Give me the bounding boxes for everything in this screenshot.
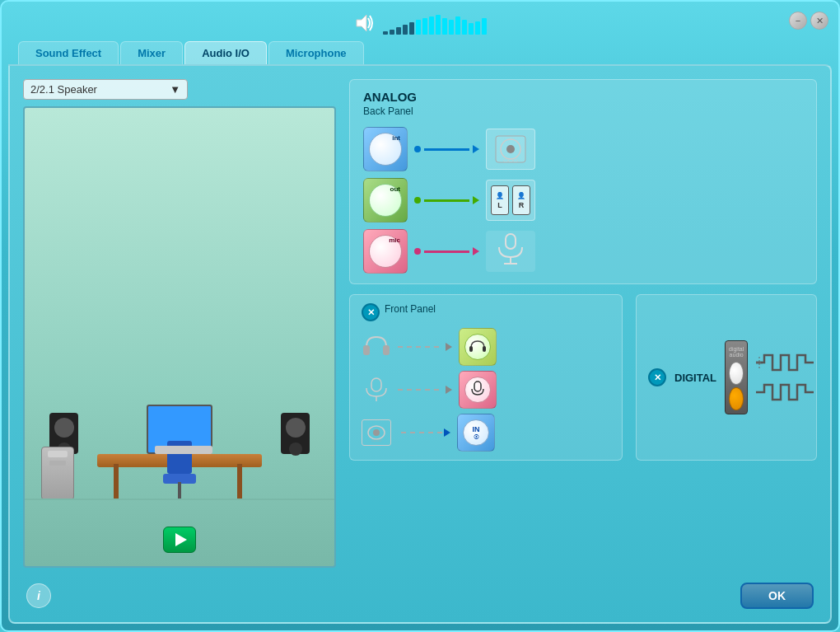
dashed-line-3 [401, 432, 442, 433]
tab-bar: Sound Effect Mixer Audio I/O Microphone [8, 41, 832, 64]
front-row-headphone [362, 328, 610, 366]
svg-text:⬭⬭⬭: ⬭⬭⬭ [503, 157, 518, 163]
digital-header: ✕ [648, 368, 666, 386]
digital-audio-label: digital audio [729, 344, 744, 359]
right-panel: ANALOG Back Panel int [349, 79, 817, 568]
left-panel: 2/2.1 Speaker ▼ [23, 79, 336, 568]
port-blue[interactable]: int [363, 127, 408, 171]
connector-green [414, 196, 479, 204]
headphone-icon [362, 334, 391, 360]
speaker-icon [353, 13, 376, 33]
wave-bottom-icon [756, 383, 814, 401]
connector-blue [414, 145, 479, 153]
keyboard [155, 446, 212, 454]
content-row: 2/2.1 Speaker ▼ [23, 79, 817, 568]
tab-sound-effect[interactable]: Sound Effect [18, 41, 119, 64]
digital-port-orange[interactable] [729, 387, 744, 410]
title-bar: − ✕ [8, 8, 832, 41]
chair-leg [178, 482, 181, 500]
analog-section: ANALOG Back Panel int [349, 79, 817, 284]
svg-rect-10 [469, 346, 473, 352]
digital-port-white[interactable] [729, 362, 744, 385]
line-connector [401, 428, 450, 437]
arrow-linein-icon [444, 428, 450, 437]
dashed-line-2 [398, 389, 439, 391]
tab-microphone[interactable]: Microphone [268, 41, 364, 64]
speaker-dropdown-value: 2/2.1 Speaker [30, 83, 97, 96]
svg-point-3 [506, 145, 515, 153]
play-icon [175, 533, 187, 546]
dropdown-arrow-icon: ▼ [170, 83, 180, 96]
right-speaker [281, 413, 310, 454]
arrow-front-hp-icon [446, 343, 452, 351]
front-mic-icon [362, 377, 391, 403]
io-row-green: out 👤 [363, 178, 803, 222]
svg-rect-8 [363, 345, 370, 355]
tower-pc [41, 447, 74, 500]
front-panel-section: ✕ Front Panel [349, 294, 623, 461]
tab-audio-io[interactable]: Audio I/O [184, 41, 267, 64]
info-button[interactable]: i [26, 583, 51, 608]
bottom-section: ✕ Front Panel [349, 294, 817, 461]
io-row-blue: int [363, 127, 803, 171]
front-io-rows: ⬭⬭⬭ IN ⦿ [362, 328, 610, 452]
front-panel-x-icon[interactable]: ✕ [362, 303, 380, 321]
speaker-dropdown[interactable]: 2/2.1 Speaker ▼ [23, 79, 188, 100]
tab-mixer[interactable]: Mixer [120, 41, 183, 64]
front-port-mic[interactable] [459, 371, 497, 409]
digital-label: DIGITAL [674, 372, 716, 384]
arrow-pink-icon [473, 247, 479, 255]
front-panel-label: Front Panel [385, 303, 436, 315]
main-content: 2/2.1 Speaker ▼ [8, 64, 832, 624]
io-row-pink: mic [363, 229, 803, 274]
port-green[interactable]: out [363, 178, 408, 222]
arrow-blue-icon [473, 145, 479, 153]
digital-x-icon[interactable]: ✕ [648, 368, 666, 386]
connector-pink [414, 247, 479, 255]
svg-rect-9 [383, 345, 390, 355]
front-port-hp[interactable] [459, 328, 497, 366]
digital-title-col: DIGITAL [674, 372, 716, 384]
io-rows: int [363, 127, 803, 274]
output-speaker-icon: ⬭⬭⬭ [486, 129, 535, 170]
lr-output-icon: 👤 L 👤 R [486, 180, 535, 221]
ok-button[interactable]: OK [740, 583, 814, 609]
linein-box-icon: ⬭⬭⬭ [362, 419, 391, 446]
title-bar-center [353, 12, 487, 35]
svg-rect-14 [474, 382, 481, 391]
analog-subtitle: Back Panel [363, 105, 803, 117]
svg-text:⬭⬭⬭: ⬭⬭⬭ [371, 438, 382, 442]
app-window: − ✕ Sound Effect Mixer Audio I/O Microph… [0, 0, 840, 632]
window-controls: − ✕ [789, 12, 828, 30]
play-button[interactable] [163, 527, 196, 553]
dashed-line-1 [398, 346, 439, 348]
svg-point-16 [373, 429, 380, 436]
footer: i OK [23, 578, 817, 609]
desk-leg-left [114, 464, 119, 500]
arrow-green-icon [473, 196, 479, 204]
digital-audio-box: digital audio [725, 340, 748, 414]
svg-rect-5 [506, 234, 516, 249]
info-label: i [37, 589, 40, 602]
port-pink[interactable]: mic [363, 229, 408, 274]
desk-leg-right [237, 464, 242, 500]
analog-title: ANALOG [363, 90, 803, 104]
wave-top-icon [756, 353, 814, 372]
svg-rect-11 [483, 346, 486, 352]
front-port-linein[interactable]: IN ⦿ [457, 414, 495, 452]
minimize-button[interactable]: − [789, 12, 807, 30]
arrow-front-mic-icon [446, 386, 452, 394]
room-visualization [23, 106, 336, 568]
close-button[interactable]: ✕ [810, 12, 828, 30]
svg-rect-12 [371, 378, 381, 391]
wave-signals [756, 353, 814, 401]
mic-output-icon [486, 231, 535, 272]
digital-section: ✕ DIGITAL digital audio [636, 294, 817, 461]
room-floor [25, 499, 334, 500]
front-row-linein: ⬭⬭⬭ IN ⦿ [362, 414, 610, 452]
front-row-mic [362, 371, 610, 409]
svg-marker-0 [357, 15, 366, 31]
volume-bars [383, 12, 487, 35]
